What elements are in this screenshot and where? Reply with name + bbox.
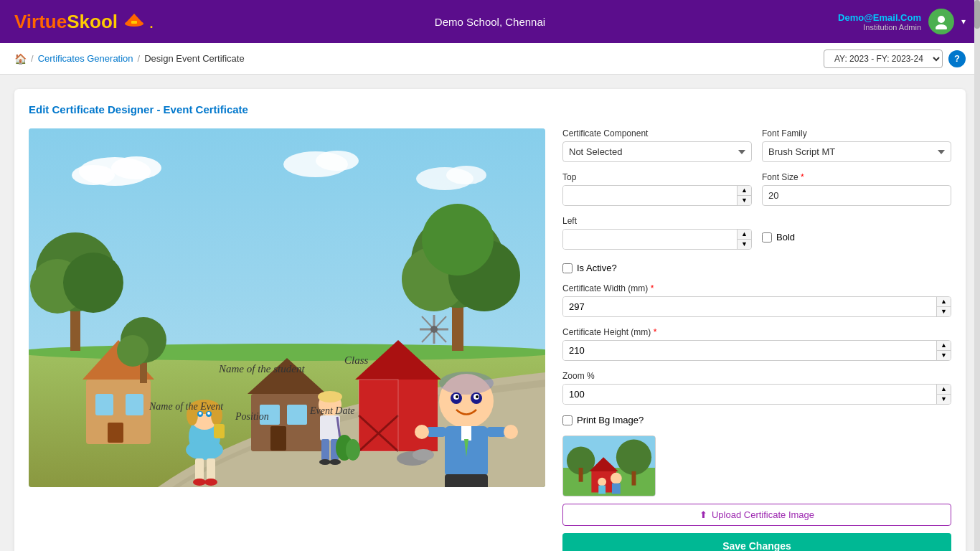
- svg-point-98: [346, 439, 360, 461]
- cert-width-field: Certificate Width (mm) * ▲ ▼: [562, 283, 951, 317]
- zoom-field: Zoom % ▲ ▼: [562, 371, 951, 405]
- upload-button-label: Upload Certificate Image: [712, 509, 814, 520]
- svg-point-23: [422, 204, 494, 276]
- save-button[interactable]: Save Changes: [562, 533, 951, 551]
- cert-height-up-btn[interactable]: ▲: [937, 341, 951, 351]
- svg-point-76: [456, 395, 458, 398]
- zoom-down-btn[interactable]: ▼: [937, 395, 951, 404]
- bold-checkbox[interactable]: [762, 232, 772, 242]
- top-down-btn[interactable]: ▼: [738, 196, 751, 205]
- avatar: [928, 9, 954, 34]
- breadcrumb-current: Design Event Certificate: [144, 53, 244, 64]
- top-input[interactable]: [563, 186, 737, 205]
- font-size-required: *: [801, 172, 804, 182]
- font-family-label: Font Family: [762, 128, 951, 138]
- svg-rect-108: [598, 486, 606, 494]
- svg-rect-59: [207, 458, 215, 480]
- user-dropdown-arrow[interactable]: ▾: [961, 17, 966, 27]
- svg-point-109: [611, 473, 622, 484]
- svg-point-10: [316, 151, 359, 171]
- svg-point-103: [616, 440, 651, 475]
- svg-rect-102: [579, 468, 583, 482]
- cert-height-spinner-btns[interactable]: ▲ ▼: [936, 341, 951, 360]
- cert-preview-area: Name of the student Class Name of the Ev…: [29, 128, 545, 551]
- zoom-up-btn[interactable]: ▲: [937, 385, 951, 395]
- svg-rect-58: [195, 458, 204, 480]
- cert-height-spinner[interactable]: ▲ ▼: [562, 340, 951, 361]
- svg-rect-66: [321, 439, 329, 461]
- scrollbar[interactable]: [974, 0, 980, 551]
- is-active-label: Is Active?: [577, 263, 617, 273]
- zoom-spinner[interactable]: ▲ ▼: [562, 384, 951, 405]
- left-label: Left: [562, 216, 752, 226]
- svg-rect-85: [445, 474, 488, 487]
- left-bold-row: Left ▲ ▼ Bold: [562, 216, 951, 263]
- cert-width-spinner-btns[interactable]: ▲ ▼: [936, 297, 951, 316]
- svg-text:Class: Class: [344, 354, 369, 366]
- svg-point-96: [413, 449, 434, 461]
- svg-point-3: [938, 16, 945, 23]
- font-size-label: Font Size *: [762, 172, 951, 182]
- component-select[interactable]: Not Selected: [562, 141, 752, 162]
- svg-point-83: [415, 425, 429, 439]
- breadcrumb-link-1[interactable]: Certificates Generation: [38, 53, 133, 64]
- svg-rect-28: [108, 423, 123, 443]
- svg-text:Position: Position: [235, 411, 269, 422]
- print-bg-checkbox[interactable]: [562, 415, 573, 425]
- cert-width-spinner[interactable]: ▲ ▼: [562, 296, 951, 317]
- fy-selector[interactable]: AY: 2023 - FY: 2023-24 ?: [824, 50, 966, 68]
- cert-width-down-btn[interactable]: ▼: [937, 307, 951, 316]
- svg-point-18: [63, 253, 123, 313]
- top-spinner-btns[interactable]: ▲ ▼: [737, 186, 751, 205]
- user-area[interactable]: Demo@Email.Com Institution Admin ▾: [838, 9, 966, 34]
- card-title: Edit Certificate Designer - Event Certif…: [29, 103, 951, 116]
- cert-image: Name of the student Class Name of the Ev…: [29, 128, 545, 487]
- svg-point-7: [111, 156, 161, 179]
- cert-height-label: Certificate Height (mm) *: [562, 327, 951, 337]
- svg-point-69: [329, 459, 341, 465]
- svg-point-107: [598, 478, 606, 486]
- svg-rect-104: [632, 471, 636, 486]
- zoom-input[interactable]: [563, 385, 936, 404]
- is-active-checkbox[interactable]: [562, 263, 573, 273]
- top-spinner[interactable]: ▲ ▼: [562, 185, 752, 206]
- svg-point-68: [319, 459, 331, 465]
- left-down-btn[interactable]: ▼: [738, 240, 751, 249]
- left-input[interactable]: [563, 230, 737, 249]
- app-header: VirtueSkool . Demo School, Chennai Demo@…: [0, 0, 980, 43]
- school-name: Demo School, Chennai: [435, 16, 545, 28]
- cert-height-input[interactable]: [563, 341, 936, 360]
- print-bg-row[interactable]: Print Bg Image?: [562, 415, 951, 425]
- scrollbar-thumb[interactable]: [974, 0, 980, 29]
- is-active-row[interactable]: Is Active?: [562, 263, 951, 273]
- left-spinner-btns[interactable]: ▲ ▼: [737, 230, 751, 249]
- cert-width-label: Certificate Width (mm) *: [562, 283, 951, 293]
- left-spinner[interactable]: ▲ ▼: [562, 229, 752, 250]
- print-bg-label: Print Bg Image?: [577, 415, 644, 425]
- home-icon[interactable]: 🏠: [14, 53, 27, 65]
- fy-dropdown[interactable]: AY: 2023 - FY: 2023-24: [824, 50, 943, 68]
- left-up-btn[interactable]: ▲: [738, 230, 751, 240]
- font-family-select[interactable]: Brush Script MT: [762, 141, 951, 162]
- svg-rect-36: [270, 426, 286, 451]
- logo-skool: Skool: [67, 11, 118, 32]
- font-size-input[interactable]: [762, 185, 951, 206]
- upload-button[interactable]: ⬆ Upload Certificate Image: [562, 504, 951, 526]
- component-label: Certificate Component: [562, 128, 752, 138]
- top-label: Top: [562, 172, 752, 182]
- svg-rect-26: [95, 394, 113, 415]
- cert-height-field: Certificate Height (mm) * ▲ ▼: [562, 327, 951, 361]
- top-up-btn[interactable]: ▲: [738, 186, 751, 196]
- cert-width-up-btn[interactable]: ▲: [937, 297, 951, 307]
- svg-rect-57: [214, 424, 225, 438]
- zoom-spinner-btns[interactable]: ▲ ▼: [936, 385, 951, 404]
- help-button[interactable]: ?: [948, 50, 966, 67]
- cert-width-input[interactable]: [563, 297, 936, 316]
- cert-scene-svg: Name of the student Class Name of the Ev…: [29, 128, 545, 487]
- bold-checkbox-row[interactable]: Bold: [762, 232, 951, 242]
- cert-height-down-btn[interactable]: ▼: [937, 351, 951, 360]
- cert-height-required: *: [654, 327, 657, 337]
- bold-label: Bold: [776, 232, 795, 242]
- svg-point-46: [430, 326, 438, 333]
- right-panel: Certificate Component Not Selected Font …: [562, 128, 951, 551]
